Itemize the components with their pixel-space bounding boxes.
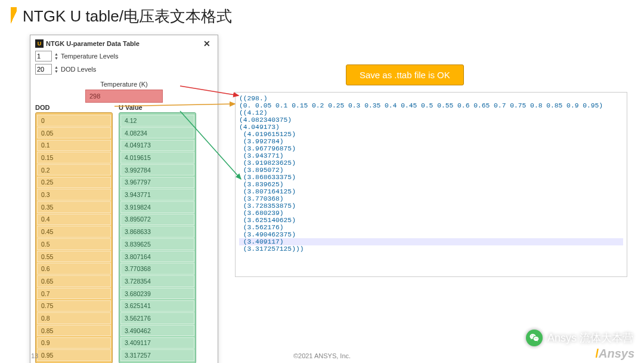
dod-cell[interactable]: 0.9 <box>37 337 111 349</box>
u-header: U Value <box>119 104 143 111</box>
dod-column: 00.050.10.150.20.250.30.350.40.450.50.55… <box>35 112 113 363</box>
slide-title: NTGK U table/电压表文本格式 <box>23 6 232 27</box>
code-line: (3.317257125))) <box>239 245 623 253</box>
dod-cell[interactable]: 0.05 <box>37 127 111 139</box>
u-cell[interactable]: 3.868633 <box>120 226 194 238</box>
u-cell[interactable]: 3.728354 <box>120 275 194 287</box>
ansys-logo: /Ansys <box>595 347 634 361</box>
save-hint-tag: Save as .ttab file is OK <box>346 64 464 85</box>
logo-text: Ansys <box>599 347 634 360</box>
u-cell[interactable]: 3.839625 <box>120 238 194 250</box>
dod-cell[interactable]: 0 <box>37 115 111 127</box>
temp-levels-input[interactable] <box>35 51 52 61</box>
watermark: Ansys 流体大本营 <box>526 330 633 346</box>
slide-title-bar: NTGK U table/电压表文本格式 <box>0 0 644 30</box>
code-line: (3.992784) <box>239 138 623 145</box>
u-cell[interactable]: 3.562176 <box>120 312 194 324</box>
dod-cell[interactable]: 0.65 <box>37 275 111 287</box>
panel-title: NTGK U-parameter Data Table <box>46 40 140 47</box>
u-cell[interactable]: 4.019615 <box>120 152 194 164</box>
dod-cell[interactable]: 0.45 <box>37 226 111 238</box>
dod-cell[interactable]: 0.7 <box>37 288 111 300</box>
dod-cell[interactable]: 0.3 <box>37 189 111 201</box>
code-line: (4.082340375) <box>239 116 623 124</box>
dod-cell[interactable]: 0.15 <box>37 152 111 164</box>
dod-cell[interactable]: 0.35 <box>37 201 111 213</box>
dod-levels-label: DOD Levels <box>61 66 96 73</box>
u-cell[interactable]: 3.895072 <box>120 214 194 226</box>
app-icon: U <box>35 39 44 48</box>
code-line: ((298.) <box>239 95 623 102</box>
dod-cell[interactable]: 0.5 <box>37 238 111 250</box>
code-line: (3.919823625) <box>239 159 623 167</box>
code-line: (3.895072) <box>239 167 623 174</box>
u-cell[interactable]: 3.807164 <box>120 251 194 263</box>
u-cell[interactable]: 3.967797 <box>120 177 194 189</box>
code-line: (3.943771) <box>239 152 623 159</box>
close-button[interactable]: ✕ <box>201 39 213 48</box>
code-line: (3.490462375) <box>239 231 623 238</box>
code-line: (3.562176) <box>239 224 623 231</box>
code-line: (3.839625) <box>239 181 623 188</box>
panel-titlebar: U NTGK U-parameter Data Table ✕ <box>33 38 215 50</box>
dod-levels-stepper[interactable]: ▲▼ <box>54 65 58 73</box>
code-line: (4.049173) <box>239 124 623 131</box>
dod-cell[interactable]: 0.25 <box>37 177 111 189</box>
u-cell[interactable]: 3.680239 <box>120 288 194 300</box>
u-cell[interactable]: 3.625141 <box>120 300 194 312</box>
dod-cell[interactable]: 0.2 <box>37 164 111 176</box>
dod-cell[interactable]: 0.6 <box>37 263 111 275</box>
u-cell[interactable]: 4.12 <box>120 115 194 127</box>
dod-cell[interactable]: 0.1 <box>37 140 111 152</box>
dod-cell[interactable]: 0.75 <box>37 300 111 312</box>
u-cell[interactable]: 3.919824 <box>120 201 194 213</box>
temp-levels-row: ▲▼ Temperature Levels <box>33 50 215 63</box>
temp-levels-stepper[interactable]: ▲▼ <box>54 52 58 60</box>
wechat-icon <box>526 330 543 346</box>
code-line: (3.625140625) <box>239 217 623 224</box>
temperature-cell[interactable]: 298 <box>85 90 163 103</box>
dod-levels-row: ▲▼ DOD Levels <box>33 63 215 76</box>
watermark-text: Ansys 流体大本营 <box>547 331 633 345</box>
temperature-header: Temperature (K) <box>33 81 215 88</box>
dod-levels-input[interactable] <box>35 64 52 75</box>
dod-cell[interactable]: 0.4 <box>37 214 111 226</box>
code-line: (3.770368) <box>239 195 623 202</box>
u-column: 4.124.082344.0491734.0196153.9927843.967… <box>119 112 196 363</box>
code-line: (3.728353875) <box>239 202 623 210</box>
ntgk-panel: U NTGK U-parameter Data Table ✕ ▲▼ Tempe… <box>30 35 218 363</box>
temp-levels-label: Temperature Levels <box>61 53 119 60</box>
u-cell[interactable]: 3.992784 <box>120 164 194 176</box>
accent-stripe <box>11 7 17 26</box>
u-cell[interactable]: 3.943771 <box>120 189 194 201</box>
u-cell[interactable]: 3.770368 <box>120 263 194 275</box>
dod-header: DOD <box>35 104 113 111</box>
u-cell[interactable]: 4.049173 <box>120 140 194 152</box>
u-cell[interactable]: 4.08234 <box>120 127 194 139</box>
page-number: 13 <box>31 352 38 359</box>
dod-cell[interactable]: 0.8 <box>37 312 111 324</box>
code-line: (3.807164125) <box>239 188 623 195</box>
code-line: ((4.12) <box>239 109 623 116</box>
dod-cell[interactable]: 0.55 <box>37 251 111 263</box>
code-line: (3.409117) <box>239 238 623 245</box>
code-line: (3.868633375) <box>239 174 623 181</box>
copyright: ©2021 ANSYS, Inc. <box>293 352 351 359</box>
u-cell[interactable]: 3.490462 <box>120 325 194 337</box>
code-line: (3.680239) <box>239 210 623 217</box>
dod-cell[interactable]: 0.85 <box>37 325 111 337</box>
code-line: (0. 0.05 0.1 0.15 0.2 0.25 0.3 0.35 0.4 … <box>239 102 623 109</box>
u-cell[interactable]: 3.409117 <box>120 337 194 349</box>
ttab-code-viewer: ((298.)(0. 0.05 0.1 0.15 0.2 0.25 0.3 0.… <box>235 92 627 277</box>
column-headers: DOD U Value <box>33 104 215 111</box>
code-line: (3.967796875) <box>239 145 623 152</box>
code-line: (4.019615125) <box>239 131 623 138</box>
footer: 13 ©2021 ANSYS, Inc. <box>0 352 644 359</box>
